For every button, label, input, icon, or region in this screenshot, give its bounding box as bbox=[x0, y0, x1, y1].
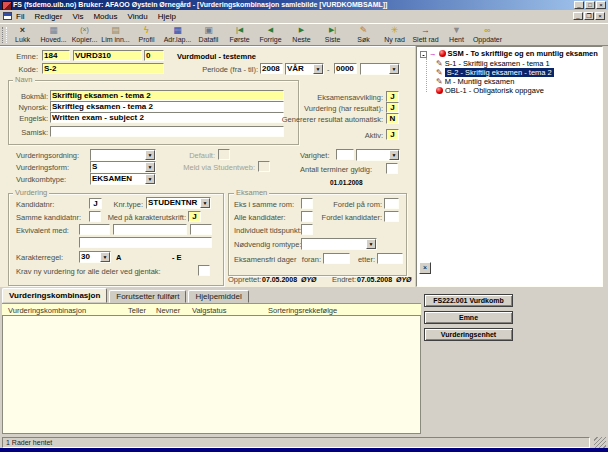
individuelt-tidspunkt-field[interactable] bbox=[301, 224, 313, 235]
mdi-child-icon[interactable] bbox=[3, 12, 12, 20]
emne-institusjon-field[interactable]: 184 bbox=[42, 50, 70, 61]
toolbar-button-profil[interactable]: ϟ Profil bbox=[131, 24, 162, 46]
menu-modus[interactable]: Modus bbox=[93, 11, 117, 22]
alle-kandidater-field[interactable] bbox=[301, 211, 313, 222]
emne-versjon-field[interactable]: 0 bbox=[144, 50, 164, 61]
menu-vis[interactable]: Vis bbox=[72, 11, 83, 22]
kode-field[interactable]: S-2 bbox=[42, 63, 164, 74]
mdi-minimize-icon[interactable]: _ bbox=[573, 12, 583, 20]
fordel-pa-rom-field[interactable] bbox=[384, 198, 399, 209]
toolbar-button-hent[interactable]: ▼ Hent bbox=[441, 24, 472, 46]
toolbar-button-datafil[interactable]: ▣ Datafil bbox=[193, 24, 224, 46]
periode-fra-termin-select[interactable]: VÅR▼ bbox=[285, 63, 324, 75]
toolbar-button-hoved[interactable]: ▦ Hoved... bbox=[38, 24, 69, 46]
toolbar-button-forste[interactable]: |◀ Første bbox=[224, 24, 255, 46]
toolbar-button-forrige[interactable]: ◀ Forrige bbox=[255, 24, 286, 46]
nodvendig-romtype-select[interactable]: ▼ bbox=[301, 238, 377, 250]
chevron-down-icon[interactable]: ▼ bbox=[200, 198, 210, 208]
resize-grip[interactable] bbox=[594, 437, 606, 448]
toolbar-button-kopier[interactable]: (×) Kopier... bbox=[69, 24, 100, 46]
periode-fra-ar-field[interactable]: 2008 bbox=[260, 63, 283, 74]
chevron-down-icon[interactable]: ▼ bbox=[313, 64, 323, 74]
toolbar-button-sok[interactable]: ✎ Søk bbox=[348, 24, 379, 46]
med-pa-karakterutskrift-label: Med på karakterutskrift: bbox=[108, 213, 186, 222]
tree-collapse-icon[interactable]: - bbox=[420, 51, 427, 58]
krav-ny-vurdering-label: Krav ny vurdering for alle deler ved gje… bbox=[16, 267, 161, 276]
karakterregel-select[interactable]: 30▼ bbox=[79, 251, 111, 263]
fs222-vurdkomb-button[interactable]: FS222.001 Vurdkomb bbox=[424, 294, 513, 307]
chevron-down-icon[interactable]: ▼ bbox=[145, 174, 155, 184]
toolbar-button-siste[interactable]: ▶| Siste bbox=[317, 24, 348, 46]
toolbar-button-adrlap[interactable]: ▦ Adr.lap... bbox=[162, 24, 193, 46]
eks-i-samme-rom-label: Eks i samme rom: bbox=[234, 200, 294, 209]
tree-root-node[interactable]: -→SSM - To skriftlige og en muntlig eksa… bbox=[420, 49, 598, 58]
tree-node-s2-selected[interactable]: ✎S-2 - Skriftlig eksamen - tema 2 bbox=[436, 68, 554, 77]
vurderingsenhet-button[interactable]: Vurderingsenhet bbox=[424, 328, 513, 341]
periode-til-termin-select[interactable]: ▼ bbox=[360, 63, 400, 75]
med-pa-karakterutskrift-field[interactable]: J bbox=[188, 211, 201, 222]
tree-node-m[interactable]: ✎M - Muntlig eksamen bbox=[436, 77, 514, 86]
varighet-field[interactable] bbox=[336, 149, 354, 160]
mdi-restore-icon[interactable]: ❐ bbox=[584, 12, 594, 20]
periode-til-ar-field[interactable]: 0000 bbox=[334, 63, 357, 74]
genererer-resultat-field[interactable]: N bbox=[386, 113, 399, 124]
nynorsk-field[interactable]: Skriftleg eksamen - tema 2 bbox=[50, 101, 284, 112]
menu-rediger[interactable]: Rediger bbox=[34, 11, 62, 22]
antall-terminer-label: Antall terminer gyldig: bbox=[300, 165, 372, 174]
vurderingsform-select[interactable]: S▼ bbox=[90, 161, 156, 173]
toolbar-button-slett-rad[interactable]: → Slett rad bbox=[410, 24, 441, 46]
chevron-down-icon[interactable]: ▼ bbox=[145, 162, 155, 172]
vurdkombtype-select[interactable]: EKSAMEN▼ bbox=[90, 173, 156, 185]
toolbar-button-lukk[interactable]: × Lukk bbox=[7, 24, 38, 46]
knr-type-select[interactable]: STUDENTNR▼ bbox=[146, 197, 211, 209]
samisk-field[interactable] bbox=[50, 126, 284, 137]
varighet-unit-select[interactable]: ▼ bbox=[356, 149, 400, 161]
close-icon[interactable]: × bbox=[596, 1, 606, 9]
tab-hjelpemiddel[interactable]: Hjelpemiddel bbox=[188, 290, 248, 303]
pen-icon: ✎ bbox=[436, 68, 443, 77]
ekvivalent-felt-1[interactable] bbox=[79, 224, 110, 235]
tab-vurderingskombinasjon[interactable]: Vurderingskombinasjon bbox=[2, 288, 107, 303]
fordel-kandidater-field[interactable] bbox=[384, 211, 399, 222]
eks-i-samme-rom-field[interactable] bbox=[301, 198, 313, 209]
vurderingsordning-select[interactable]: ▼ bbox=[90, 149, 156, 161]
vurderingskombinasjon-list[interactable] bbox=[2, 315, 421, 434]
menu-fil[interactable]: Fil bbox=[16, 11, 24, 22]
chevron-down-icon[interactable]: ▼ bbox=[389, 150, 399, 160]
mdi-close-icon[interactable]: × bbox=[595, 12, 605, 20]
close-tree-panel-button[interactable]: × bbox=[419, 262, 431, 274]
menu-vindu[interactable]: Vindu bbox=[127, 11, 147, 22]
foran-field[interactable] bbox=[323, 253, 350, 264]
aktiv-field[interactable]: J bbox=[386, 129, 399, 140]
toolbar-button-ny-rad[interactable]: ✳ Ny rad bbox=[379, 24, 410, 46]
tree-node-obl1[interactable]: OBL-1 - Obligatorisk oppgave bbox=[436, 86, 544, 95]
bokmal-field[interactable]: Skriftlig eksamen - tema 2 bbox=[50, 90, 284, 101]
samme-kandidatnr-field[interactable] bbox=[89, 211, 101, 222]
chevron-down-icon[interactable]: ▼ bbox=[100, 252, 110, 262]
column-vurderingskombinasjon: Vurderingskombinasjon bbox=[8, 306, 86, 315]
vurdering-har-resultat-field[interactable]: J bbox=[386, 102, 399, 113]
menu-hjelp[interactable]: Hjelp bbox=[158, 11, 176, 22]
toolbar-button-lim-inn[interactable]: ▤ Lim inn... bbox=[100, 24, 131, 46]
chevron-down-icon[interactable]: ▼ bbox=[366, 239, 376, 249]
emne-button[interactable]: Emne bbox=[424, 311, 513, 324]
emne-kode-field[interactable]: VURD310 bbox=[73, 50, 142, 61]
etter-field[interactable] bbox=[377, 253, 403, 264]
tree-connector-line bbox=[426, 58, 427, 92]
kandidatnr-field[interactable]: J bbox=[89, 198, 102, 209]
ekvivalent-felt-4[interactable] bbox=[79, 237, 212, 248]
ekvivalent-felt-2[interactable] bbox=[113, 224, 187, 235]
toolbar-button-oppdater[interactable]: ∞ Oppdater bbox=[472, 24, 503, 46]
engelsk-field[interactable]: Written exam - subject 2 bbox=[50, 112, 284, 123]
chevron-down-icon[interactable]: ▼ bbox=[389, 64, 399, 74]
krav-ny-vurdering-field[interactable] bbox=[198, 265, 210, 276]
toolbar-button-neste[interactable]: ▶ Neste bbox=[286, 24, 317, 46]
eksamensavvikling-field[interactable]: J bbox=[386, 91, 399, 102]
antall-terminer-field[interactable] bbox=[386, 163, 398, 174]
tree-node-s1[interactable]: ✎S-1 - Skriftlig eksamen - tema 1 bbox=[436, 59, 550, 68]
chevron-down-icon[interactable]: ▼ bbox=[145, 150, 155, 160]
ekvivalent-felt-3[interactable] bbox=[190, 224, 212, 235]
tab-forutsetter-fullfort[interactable]: Forutsetter fullført bbox=[109, 290, 186, 303]
minimize-icon[interactable]: _ bbox=[574, 1, 584, 9]
maximize-icon[interactable]: □ bbox=[585, 1, 595, 9]
